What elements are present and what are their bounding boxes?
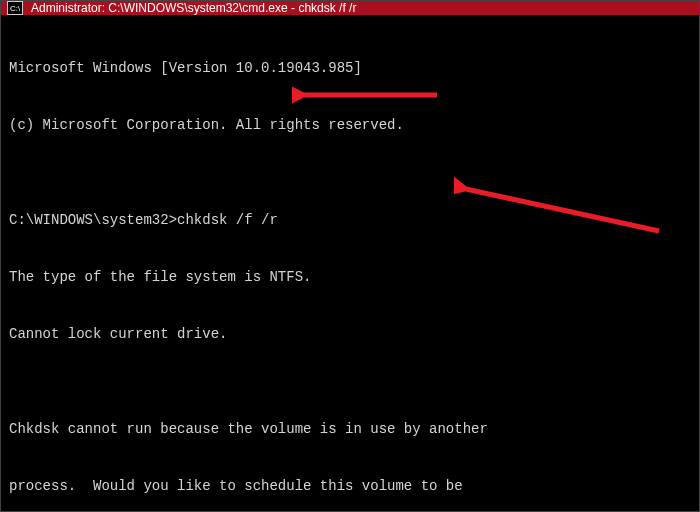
- output-line: Cannot lock current drive.: [9, 325, 691, 344]
- window-titlebar[interactable]: C:\ Administrator: C:\WINDOWS\system32\c…: [1, 1, 699, 15]
- prompt: C:\WINDOWS\system32>: [9, 212, 177, 228]
- command-line: C:\WINDOWS\system32>chkdsk /f /r: [9, 211, 691, 230]
- output-line: (c) Microsoft Corporation. All rights re…: [9, 116, 691, 135]
- terminal-output[interactable]: Microsoft Windows [Version 10.0.19043.98…: [1, 15, 699, 512]
- output-line: The type of the file system is NTFS.: [9, 268, 691, 287]
- cmd-icon: C:\: [7, 1, 23, 15]
- window-title: Administrator: C:\WINDOWS\system32\cmd.e…: [31, 1, 693, 15]
- typed-command: chkdsk /f /r: [177, 212, 278, 228]
- cmd-window: C:\ Administrator: C:\WINDOWS\system32\c…: [0, 0, 700, 512]
- output-line: Chkdsk cannot run because the volume is …: [9, 420, 691, 439]
- output-line: process. Would you like to schedule this…: [9, 477, 691, 496]
- output-line: Microsoft Windows [Version 10.0.19043.98…: [9, 59, 691, 78]
